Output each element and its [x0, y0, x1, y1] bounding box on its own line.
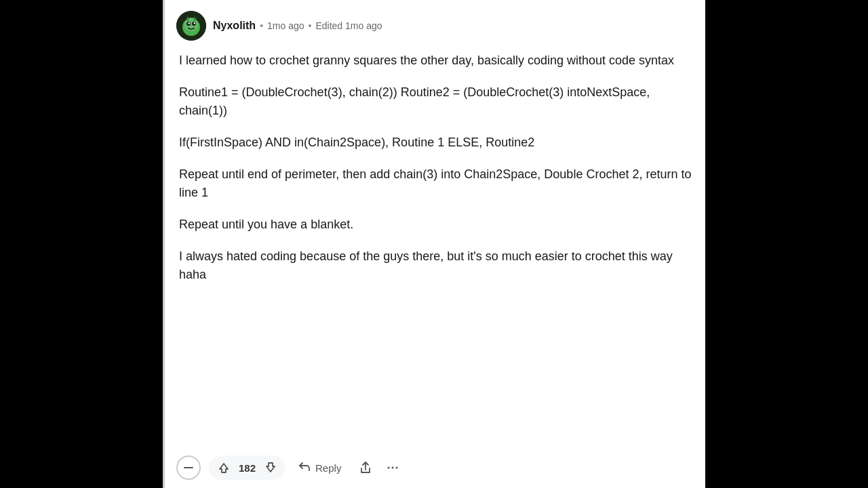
vote-count: 182	[236, 462, 258, 474]
downvote-icon	[264, 461, 277, 474]
post-content: I learned how to crochet granny squares …	[176, 52, 692, 447]
svg-point-12	[396, 467, 398, 469]
post-text-2: Routine1 = (DoubleCrochet(3), chain(2)) …	[179, 83, 692, 120]
post-meta: Nyxolith • 1mo ago • Edited 1mo ago	[213, 20, 382, 32]
svg-point-6	[194, 22, 195, 24]
username: Nyxolith	[213, 20, 256, 32]
reply-icon	[298, 461, 311, 474]
post-text-5: Repeat until you have a blanket.	[179, 216, 692, 234]
avatar	[176, 11, 206, 41]
post-actions: 182 Reply	[176, 447, 692, 488]
reply-button[interactable]: Reply	[288, 455, 351, 480]
more-button[interactable]	[380, 455, 405, 480]
upvote-button[interactable]	[213, 458, 235, 477]
reply-label: Reply	[315, 462, 341, 474]
svg-point-11	[392, 467, 394, 469]
share-button[interactable]	[353, 455, 378, 480]
collapse-icon	[182, 462, 195, 474]
upvote-icon	[217, 461, 231, 474]
post-header: Nyxolith • 1mo ago • Edited 1mo ago	[176, 11, 692, 41]
edited-label: Edited 1mo ago	[315, 20, 382, 31]
separator: •	[260, 20, 263, 31]
post-text-4: Repeat until end of perimeter, then add …	[179, 165, 692, 202]
share-icon	[358, 460, 373, 475]
timestamp: 1mo ago	[267, 20, 304, 31]
thread-line	[163, 0, 165, 488]
more-icon	[385, 460, 400, 475]
post-text-1: I learned how to crochet granny squares …	[179, 52, 692, 70]
collapse-button[interactable]	[176, 455, 201, 480]
post-text-6: I always hated coding because of the guy…	[179, 247, 692, 284]
post-container: Nyxolith • 1mo ago • Edited 1mo ago I le…	[163, 0, 705, 488]
post-screen: Nyxolith • 1mo ago • Edited 1mo ago I le…	[163, 0, 705, 488]
vote-group: 182	[209, 455, 285, 480]
svg-point-5	[189, 22, 190, 24]
post-text-3: If(FirstInSpace) AND in(Chain2Space), Ro…	[179, 134, 692, 152]
svg-point-10	[388, 467, 390, 469]
separator2: •	[309, 20, 312, 31]
downvote-button[interactable]	[260, 458, 281, 477]
